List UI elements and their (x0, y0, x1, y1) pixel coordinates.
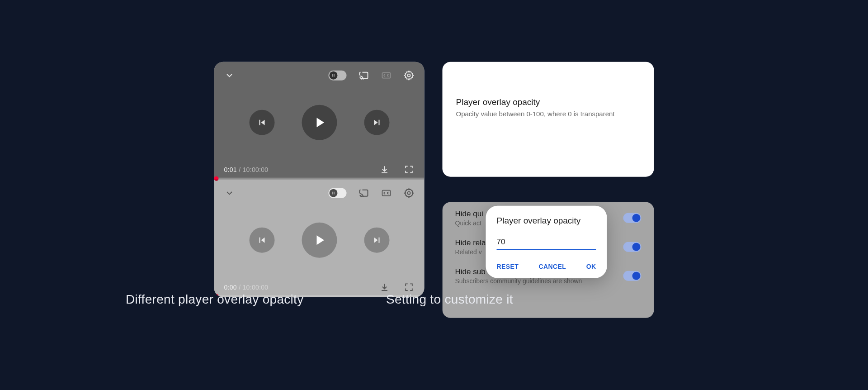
setting-subtitle: Opacity value between 0-100, where 0 is … (456, 110, 641, 118)
toggle-switch[interactable] (623, 213, 642, 223)
download-icon[interactable] (379, 164, 390, 175)
setting-title: Player overlay opacity (456, 97, 641, 107)
chevron-down-icon[interactable] (224, 70, 235, 81)
player-center-controls (224, 223, 415, 258)
svg-rect-4 (382, 190, 391, 196)
cast-icon[interactable] (359, 188, 369, 199)
fullscreen-icon[interactable] (404, 164, 415, 175)
download-icon[interactable] (379, 282, 390, 293)
skip-previous-button[interactable] (249, 110, 274, 135)
gear-icon[interactable] (404, 188, 415, 199)
player-overlay-dark: 0:01 / 10:00:00 (214, 62, 425, 180)
skip-previous-button[interactable] (249, 228, 274, 253)
fullscreen-icon[interactable] (404, 282, 415, 293)
timecode: 0:01 / 10:00:00 (224, 166, 269, 173)
toggle-switch[interactable] (623, 242, 642, 252)
ok-button[interactable]: OK (586, 263, 596, 270)
reset-button[interactable]: RESET (497, 263, 519, 270)
timecode: 0:00 / 10:00:00 (224, 284, 269, 291)
cancel-button[interactable]: CANCEL (539, 263, 566, 270)
svg-point-2 (408, 74, 410, 77)
svg-point-5 (408, 192, 410, 195)
player-topbar (224, 70, 415, 81)
player-overlay-examples: 0:01 / 10:00:00 (214, 62, 425, 297)
gear-icon[interactable] (404, 70, 415, 81)
player-overlay-light: 0:00 / 10:00:00 (214, 180, 425, 297)
closed-captions-icon[interactable] (381, 188, 392, 199)
player-bottombar: 0:01 / 10:00:00 (224, 164, 415, 176)
skip-next-button[interactable] (364, 110, 389, 135)
play-button[interactable] (302, 105, 337, 140)
chevron-down-icon[interactable] (224, 188, 235, 199)
play-button[interactable] (302, 223, 337, 258)
opacity-input[interactable] (497, 236, 596, 250)
toggle-switch[interactable] (623, 271, 642, 281)
player-topbar (224, 188, 415, 199)
opacity-dialog: Player overlay opacity RESET CANCEL OK (486, 206, 607, 278)
svg-rect-1 (382, 73, 391, 78)
caption-right: Setting to customize it (386, 292, 513, 307)
player-bottombar: 0:00 / 10:00:00 (224, 282, 415, 294)
autoplay-toggle[interactable] (329, 71, 347, 81)
skip-next-button[interactable] (364, 228, 389, 253)
autoplay-toggle[interactable] (329, 188, 347, 198)
caption-left: Different player overlay opacity (126, 292, 304, 307)
setting-description-card: Player overlay opacity Opacity value bet… (443, 62, 654, 177)
cast-icon[interactable] (359, 70, 369, 81)
dialog-title: Player overlay opacity (497, 216, 596, 226)
closed-captions-icon[interactable] (381, 70, 392, 81)
player-center-controls (224, 105, 415, 140)
